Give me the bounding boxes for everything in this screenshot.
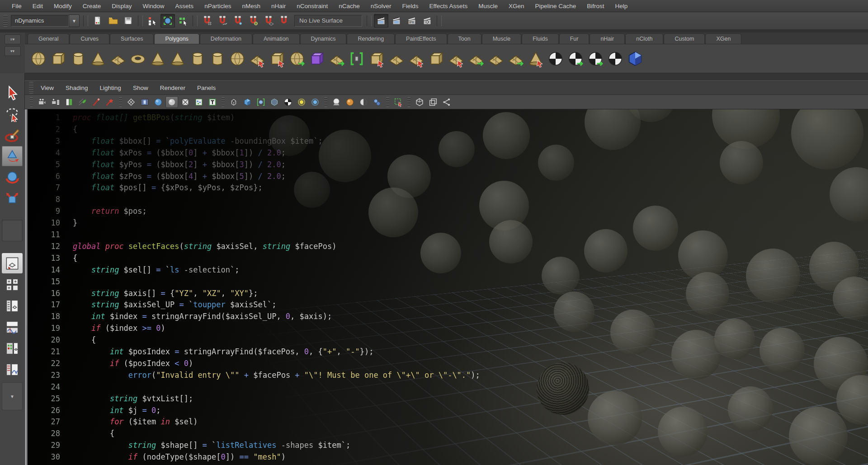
shelf-tab-painteffects[interactable]: PaintEffects	[395, 33, 447, 44]
textured-ball-icon[interactable]	[344, 96, 356, 108]
screen-space-ao-icon[interactable]	[371, 96, 383, 108]
snap-to-grid-button[interactable]	[200, 14, 214, 28]
select-camera-icon[interactable]	[36, 96, 48, 108]
grease-pencil-icon[interactable]	[104, 96, 116, 108]
isolate-select-icon[interactable]	[392, 96, 405, 108]
bookmarks-icon[interactable]	[63, 96, 75, 108]
new-scene-button[interactable]	[90, 14, 105, 28]
xgen-cube-shelf-icon[interactable]	[625, 48, 645, 70]
render-current-frame-button[interactable]	[389, 14, 404, 28]
poly-cone-shelf-icon[interactable]	[88, 48, 108, 70]
field-chart-icon[interactable]	[165, 96, 178, 108]
gate-mask-icon[interactable]	[152, 96, 165, 108]
shelf-tab-xgen[interactable]: XGen	[705, 33, 741, 44]
live-surface-field[interactable]: No Live Surface	[294, 15, 362, 27]
poly-pipe-shelf-icon[interactable]	[188, 48, 208, 70]
poly-project-shelf-icon[interactable]	[486, 48, 506, 70]
shelf-collapse-button[interactable]: ▾▾	[5, 46, 21, 56]
poly-extract-shelf-icon[interactable]	[267, 48, 287, 70]
menu-modify[interactable]: Modify	[48, 1, 77, 11]
menu-pipeline-cache[interactable]: Pipeline Cache	[529, 1, 581, 11]
shelf-tab-nhair[interactable]: nHair	[590, 33, 625, 44]
poly-append-shelf-icon[interactable]	[387, 48, 406, 70]
poly-merge-shelf-icon[interactable]	[287, 48, 307, 70]
menu-set-selector[interactable]: nDynamics▼	[11, 14, 80, 27]
safe-action-icon[interactable]	[179, 96, 192, 108]
layout-persp-graph-button[interactable]	[2, 317, 23, 337]
render-settings-button[interactable]	[420, 14, 434, 28]
menu-file[interactable]: File	[6, 1, 27, 11]
shelf-tab-fluids[interactable]: Fluids	[522, 33, 558, 44]
snap-to-point-button[interactable]	[231, 14, 245, 28]
shelf-tab-curves[interactable]: Curves	[70, 33, 109, 44]
shelf-tab-polygons[interactable]: Polygons	[154, 33, 199, 44]
menu-edit[interactable]: Edit	[27, 1, 48, 11]
layout-persp-curve-button[interactable]	[2, 359, 23, 380]
open-render-view-button[interactable]	[374, 14, 388, 28]
layout-single-pane-button[interactable]	[2, 253, 23, 273]
viewcube-icon[interactable]	[413, 96, 426, 108]
poly-pyramid-shelf-icon[interactable]	[168, 48, 188, 70]
save-scene-button[interactable]	[121, 14, 136, 28]
smooth-shade-all-icon[interactable]	[241, 96, 254, 108]
menu-muscle[interactable]: Muscle	[473, 1, 503, 11]
shelf-tab-rendering[interactable]: Rendering	[347, 33, 395, 44]
panel-menu-shading[interactable]: Shading	[60, 83, 94, 93]
menu-nsolver[interactable]: nSolver	[365, 1, 397, 11]
paint-select-tool-button[interactable]	[2, 125, 23, 145]
menu-window[interactable]: Window	[137, 1, 170, 11]
poly-quad-draw-shelf-icon[interactable]	[506, 48, 526, 70]
poly-split-shelf-icon[interactable]	[367, 48, 387, 70]
panel-menu-lighting[interactable]: Lighting	[94, 83, 127, 93]
camera-attributes-icon[interactable]	[49, 96, 62, 108]
grid-toggle-icon[interactable]	[125, 96, 137, 108]
shelf-tab-animation[interactable]: Animation	[253, 33, 300, 44]
poly-unfold-shelf-icon[interactable]	[327, 48, 347, 70]
snap-to-projected-center-button[interactable]	[246, 14, 260, 28]
layout-four-pane-button[interactable]	[2, 274, 23, 295]
shelf-tab-dynamics[interactable]: Dynamics	[300, 33, 347, 44]
poly-sphere-shelf-icon[interactable]	[28, 48, 48, 70]
rotate-tool-button[interactable]	[2, 167, 23, 188]
shelf-tab-general[interactable]: General	[28, 33, 69, 44]
shelf-tab-muscle[interactable]: Muscle	[482, 33, 522, 44]
menu-nhair[interactable]: nHair	[266, 1, 291, 11]
ambient-light-icon[interactable]	[309, 96, 321, 108]
snap-to-view-plane-button[interactable]	[261, 14, 276, 28]
layout-hypershade-persp-button[interactable]	[2, 338, 23, 358]
menu-nmesh[interactable]: nMesh	[236, 1, 266, 11]
layout-more-button[interactable]: ▼	[2, 382, 23, 410]
shelf-tab-menu-button[interactable]: ≡▾	[5, 34, 21, 44]
lasso-select-tool-button[interactable]	[2, 103, 23, 124]
share-view-icon[interactable]	[440, 96, 453, 108]
poly-prism-shelf-icon[interactable]	[148, 48, 168, 70]
poly-torus-shelf-icon[interactable]	[128, 48, 148, 70]
poly-plane-shelf-icon[interactable]	[108, 48, 128, 70]
layered-panes-icon[interactable]	[427, 96, 439, 108]
select-hierarchy-mode-button[interactable]	[145, 14, 160, 28]
menu-assets[interactable]: Assets	[170, 1, 199, 11]
uv-checker-shelf-icon[interactable]	[546, 48, 566, 70]
scale-tool-button[interactable]	[2, 188, 23, 209]
two-d-pan-zoom-icon[interactable]	[90, 96, 103, 108]
shelf-tab-toon[interactable]: Toon	[448, 33, 481, 44]
menu-fields[interactable]: Fields	[397, 1, 424, 11]
wireframe-icon[interactable]	[227, 96, 240, 108]
uv-checker-arrow-shelf-icon[interactable]	[566, 48, 585, 70]
select-tool-button[interactable]	[2, 82, 23, 103]
chevron-down-icon[interactable]: ▼	[69, 14, 80, 27]
poly-boolean-shelf-icon[interactable]	[307, 48, 327, 70]
layout-persp-outliner-button[interactable]	[2, 296, 23, 316]
shelf-tab-fur[interactable]: Fur	[559, 33, 590, 44]
shelf-tab-surfaces[interactable]: Surfaces	[110, 33, 154, 44]
poly-bracket-tool-shelf-icon[interactable]	[347, 48, 367, 70]
select-component-mode-button[interactable]	[176, 14, 190, 28]
menu-help[interactable]: Help	[610, 1, 633, 11]
select-object-mode-button[interactable]	[160, 14, 175, 28]
panel-menubar-grip[interactable]	[29, 82, 33, 94]
shelf-tab-custom[interactable]: Custom	[664, 33, 705, 44]
sculpt-tool-shelf-icon[interactable]	[526, 48, 546, 70]
image-plane-icon[interactable]	[76, 96, 89, 108]
move-tool-button[interactable]	[2, 146, 23, 166]
open-scene-button[interactable]	[106, 14, 120, 28]
